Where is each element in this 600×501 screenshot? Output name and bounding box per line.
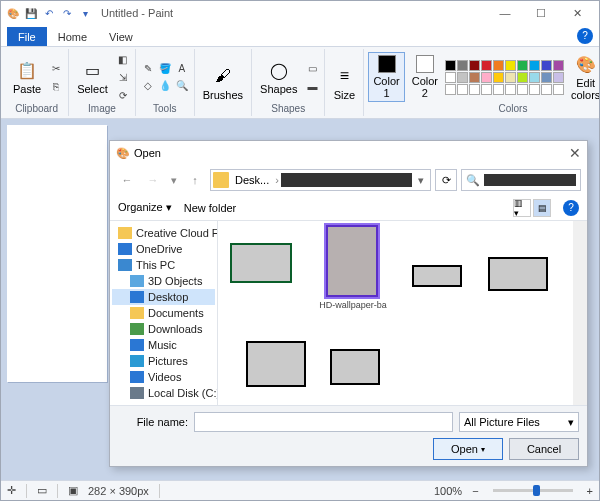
color-swatch[interactable] bbox=[445, 60, 456, 71]
close-button[interactable]: ✕ bbox=[559, 1, 595, 25]
refresh-button[interactable]: ⟳ bbox=[435, 169, 457, 191]
color2-button[interactable]: Color 2 bbox=[408, 53, 442, 101]
picker-icon[interactable]: 💧 bbox=[157, 78, 173, 94]
cut-icon[interactable]: ✂ bbox=[48, 60, 64, 76]
forward-button[interactable]: → bbox=[142, 169, 164, 191]
file-filter-dropdown[interactable]: All Picture Files ▾ bbox=[459, 412, 579, 432]
minimize-button[interactable]: — bbox=[487, 1, 523, 25]
color-swatch[interactable] bbox=[553, 84, 564, 95]
tree-item[interactable]: Pictures bbox=[112, 353, 215, 369]
help-icon[interactable]: ? bbox=[577, 28, 593, 44]
color-swatch[interactable] bbox=[457, 84, 468, 95]
back-button[interactable]: ← bbox=[116, 169, 138, 191]
file-thumbnail[interactable] bbox=[230, 243, 292, 283]
resize-icon[interactable]: ⇲ bbox=[115, 69, 131, 85]
paste-button[interactable]: 📋 Paste bbox=[9, 57, 45, 97]
tab-file[interactable]: File bbox=[7, 27, 47, 46]
address-bar[interactable]: Desk... › ▾ bbox=[210, 169, 431, 191]
color-swatch[interactable] bbox=[493, 84, 504, 95]
tree-item[interactable]: Desktop bbox=[112, 289, 215, 305]
text-icon[interactable]: A bbox=[174, 61, 190, 77]
file-thumbnail[interactable] bbox=[412, 265, 462, 287]
open-button[interactable]: Open ▾ bbox=[433, 438, 503, 460]
color-swatch[interactable] bbox=[553, 60, 564, 71]
fill-shape-icon[interactable]: ▬ bbox=[304, 78, 320, 94]
color-swatch[interactable] bbox=[505, 72, 516, 83]
fill-icon[interactable]: 🪣 bbox=[157, 61, 173, 77]
preview-pane-button[interactable]: ▤ bbox=[533, 199, 551, 217]
color-swatch[interactable] bbox=[505, 60, 516, 71]
outline-icon[interactable]: ▭ bbox=[304, 60, 320, 76]
address-dropdown-icon[interactable]: ▾ bbox=[414, 174, 428, 187]
rotate-icon[interactable]: ⟳ bbox=[115, 87, 131, 103]
dialog-close-button[interactable]: ✕ bbox=[569, 145, 581, 161]
color-swatch[interactable] bbox=[493, 72, 504, 83]
size-button[interactable]: ≡ Size bbox=[329, 63, 359, 103]
tree-item[interactable]: Downloads bbox=[112, 321, 215, 337]
organize-button[interactable]: Organize ▾ bbox=[118, 201, 172, 214]
color-swatch[interactable] bbox=[481, 72, 492, 83]
file-thumbnail[interactable] bbox=[330, 349, 380, 385]
file-list[interactable]: HD-wallpaper-ba bbox=[218, 221, 587, 405]
file-thumbnail[interactable] bbox=[246, 341, 306, 387]
redo-icon[interactable]: ↷ bbox=[59, 5, 75, 21]
tab-home[interactable]: Home bbox=[47, 27, 98, 46]
color-swatch[interactable] bbox=[529, 72, 540, 83]
color-swatch[interactable] bbox=[517, 72, 528, 83]
tab-view[interactable]: View bbox=[98, 27, 144, 46]
color-swatch[interactable] bbox=[445, 72, 456, 83]
search-input[interactable]: 🔍 bbox=[461, 169, 581, 191]
edit-colors-button[interactable]: 🎨 Edit colors bbox=[567, 51, 600, 103]
folder-tree[interactable]: Creative Cloud FilOneDriveThis PC3D Obje… bbox=[110, 221, 218, 405]
tree-item[interactable]: Local Disk (C:) bbox=[112, 385, 215, 401]
shapes-button[interactable]: ◯ Shapes bbox=[256, 57, 301, 97]
up-button[interactable]: ↑ bbox=[184, 169, 206, 191]
color-swatch[interactable] bbox=[541, 72, 552, 83]
color-swatch[interactable] bbox=[505, 84, 516, 95]
copy-icon[interactable]: ⎘ bbox=[48, 78, 64, 94]
color-swatch[interactable] bbox=[529, 60, 540, 71]
brushes-button[interactable]: 🖌 Brushes bbox=[199, 63, 247, 103]
color-swatch[interactable] bbox=[469, 72, 480, 83]
filename-input[interactable] bbox=[194, 412, 453, 432]
color-swatch[interactable] bbox=[541, 84, 552, 95]
maximize-button[interactable]: ☐ bbox=[523, 1, 559, 25]
color-swatch[interactable] bbox=[445, 84, 456, 95]
eraser-icon[interactable]: ◇ bbox=[140, 78, 156, 94]
qat-dropdown-icon[interactable]: ▾ bbox=[77, 5, 93, 21]
file-thumbnail-selected[interactable] bbox=[326, 225, 378, 297]
new-folder-button[interactable]: New folder bbox=[184, 202, 237, 214]
zoom-in-button[interactable]: + bbox=[587, 485, 593, 497]
dialog-help-icon[interactable]: ? bbox=[563, 200, 579, 216]
pencil-icon[interactable]: ✎ bbox=[140, 61, 156, 77]
color-swatch[interactable] bbox=[481, 84, 492, 95]
color-swatch[interactable] bbox=[481, 60, 492, 71]
color1-button[interactable]: Color 1 bbox=[368, 52, 404, 102]
color-swatch[interactable] bbox=[469, 60, 480, 71]
color-swatch[interactable] bbox=[517, 60, 528, 71]
save-icon[interactable]: 💾 bbox=[23, 5, 39, 21]
zoom-out-button[interactable]: − bbox=[472, 485, 478, 497]
color-swatch[interactable] bbox=[457, 60, 468, 71]
color-swatch[interactable] bbox=[493, 60, 504, 71]
zoom-slider[interactable] bbox=[493, 489, 573, 492]
cancel-button[interactable]: Cancel bbox=[509, 438, 579, 460]
color-swatch[interactable] bbox=[553, 72, 564, 83]
tree-item[interactable]: Creative Cloud Fil bbox=[112, 225, 215, 241]
crop-icon[interactable]: ◧ bbox=[115, 51, 131, 67]
color-swatch[interactable] bbox=[529, 84, 540, 95]
scrollbar[interactable] bbox=[573, 221, 587, 405]
tree-item[interactable]: OneDrive bbox=[112, 241, 215, 257]
recent-dropdown[interactable]: ▾ bbox=[168, 169, 180, 191]
color-swatch[interactable] bbox=[457, 72, 468, 83]
file-thumbnail[interactable] bbox=[488, 257, 548, 291]
magnify-icon[interactable]: 🔍 bbox=[174, 78, 190, 94]
tree-item[interactable]: Videos bbox=[112, 369, 215, 385]
undo-icon[interactable]: ↶ bbox=[41, 5, 57, 21]
tree-item[interactable]: Music bbox=[112, 337, 215, 353]
color-swatch[interactable] bbox=[517, 84, 528, 95]
view-mode-button[interactable]: ▥ ▾ bbox=[513, 199, 531, 217]
chevron-right-icon[interactable]: › bbox=[275, 174, 279, 186]
color-swatch[interactable] bbox=[541, 60, 552, 71]
color-swatch[interactable] bbox=[469, 84, 480, 95]
